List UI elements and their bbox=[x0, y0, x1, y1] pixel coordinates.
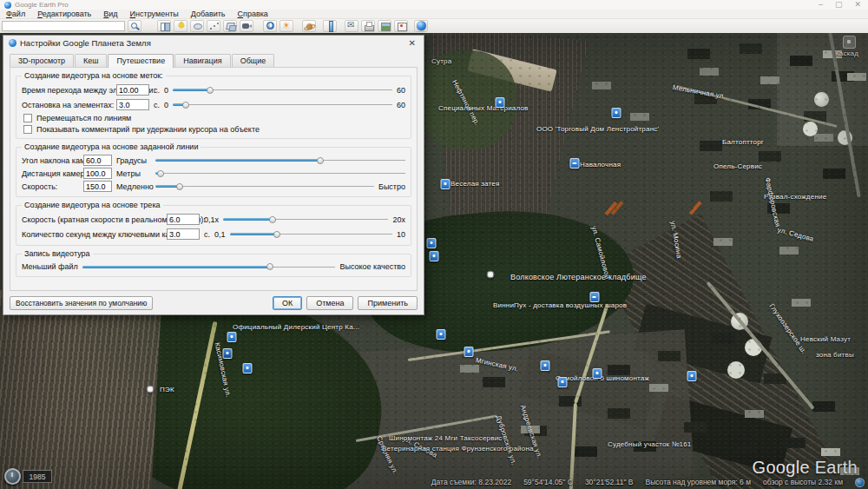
minimize-button[interactable]: – bbox=[819, 1, 823, 9]
slider-thumb[interactable] bbox=[157, 170, 164, 177]
setting-row: Меньший файлВысокое качество bbox=[22, 261, 405, 273]
poi-dot-icon[interactable] bbox=[147, 386, 155, 393]
placemark-icon[interactable] bbox=[441, 179, 450, 189]
placemark-icon[interactable] bbox=[570, 158, 580, 169]
menu-item-add[interactable]: Добавить bbox=[185, 10, 232, 18]
search-icon bbox=[129, 21, 141, 31]
apply-button[interactable]: Применить bbox=[358, 296, 418, 310]
maximize-button[interactable]: ▢ bbox=[835, 1, 843, 9]
tab-3d-view[interactable]: 3D-просмотр bbox=[10, 54, 74, 67]
slider-thumb[interactable] bbox=[273, 231, 280, 238]
unit-label: Градусы bbox=[116, 156, 151, 165]
search-button[interactable] bbox=[128, 20, 141, 32]
tab-navigation[interactable]: Навигация bbox=[174, 54, 230, 67]
menu-item-view[interactable]: Вид bbox=[97, 10, 123, 18]
slider[interactable] bbox=[173, 100, 392, 110]
slider-thumb[interactable] bbox=[182, 102, 189, 109]
placemark-icon[interactable] bbox=[612, 108, 621, 118]
value-input[interactable] bbox=[83, 181, 112, 192]
slider-thumb[interactable] bbox=[269, 216, 276, 223]
slider-thumb[interactable] bbox=[176, 183, 183, 190]
placemark-button[interactable] bbox=[174, 20, 187, 32]
slider[interactable] bbox=[173, 85, 392, 96]
historical-imagery-button[interactable] bbox=[263, 20, 277, 32]
map-label: Невский Мазут bbox=[800, 335, 851, 343]
slider-min-label: 0 bbox=[164, 101, 168, 109]
menu-item-tools[interactable]: Инструменты bbox=[124, 10, 185, 18]
checkbox[interactable] bbox=[23, 114, 32, 122]
menu-item-edit[interactable]: Редактировать bbox=[31, 10, 97, 18]
sidebar-toggle-icon bbox=[159, 21, 170, 31]
placemark-icon[interactable] bbox=[227, 332, 237, 342]
slider[interactable] bbox=[155, 169, 405, 179]
checkbox[interactable] bbox=[23, 125, 32, 134]
status-longitude: 30°21'52.11" В bbox=[585, 478, 634, 486]
ruler-button[interactable] bbox=[323, 20, 337, 32]
earth-button[interactable] bbox=[414, 20, 428, 32]
tab-touring[interactable]: Путешествие bbox=[108, 54, 174, 68]
placemark-icon[interactable] bbox=[590, 292, 600, 302]
checkbox-row: Показывать комментарий при удержании кур… bbox=[22, 123, 405, 135]
slider-thumb[interactable] bbox=[266, 263, 273, 270]
placemark-icon[interactable] bbox=[593, 368, 602, 379]
ok-button[interactable]: ОК bbox=[273, 296, 302, 310]
settings-group: Создание видеотура на основе заданной ли… bbox=[16, 147, 411, 197]
slider-thumb[interactable] bbox=[207, 87, 214, 94]
map-label: Самойловой 5 шиномонтаж bbox=[556, 374, 649, 382]
value-input[interactable] bbox=[167, 228, 200, 240]
email-button[interactable] bbox=[345, 20, 358, 32]
placemark-icon[interactable] bbox=[464, 347, 474, 357]
tab-general[interactable]: Общие bbox=[232, 54, 275, 67]
map-label: Сутра bbox=[431, 57, 451, 65]
placemark-icon[interactable] bbox=[223, 348, 233, 359]
placemark-icon[interactable] bbox=[427, 238, 437, 248]
sidebar-toggle-button[interactable] bbox=[157, 20, 171, 32]
slider[interactable] bbox=[155, 182, 374, 192]
window-close-button[interactable]: ✕ bbox=[854, 1, 861, 9]
polygon-icon bbox=[192, 21, 203, 31]
tab-cache[interactable]: Кеш bbox=[75, 54, 107, 67]
group-title: Создание видеотура на основе трека bbox=[22, 201, 163, 209]
placemark-icon[interactable] bbox=[541, 360, 550, 371]
path-icon bbox=[208, 21, 220, 31]
planets-button[interactable] bbox=[302, 20, 316, 32]
placemark-icon[interactable] bbox=[558, 377, 568, 387]
map-label: Балтоптторг bbox=[722, 138, 764, 146]
print-button[interactable] bbox=[361, 20, 375, 32]
restore-defaults-button[interactable]: Восстановить значения по умолчанию bbox=[10, 296, 153, 310]
map-label: Шиномонтаж 24 Мги Таксосервис bbox=[389, 434, 503, 442]
menu-item-help[interactable]: Справка bbox=[232, 10, 274, 18]
navigation-toggle[interactable] bbox=[843, 36, 856, 49]
record-tour-button[interactable] bbox=[240, 20, 253, 32]
value-input[interactable] bbox=[83, 155, 112, 166]
status-eye-altitude: обзор с высоты 2.32 км bbox=[763, 478, 843, 486]
path-button[interactable] bbox=[207, 20, 220, 32]
sunlight-button[interactable] bbox=[279, 20, 293, 32]
slider[interactable] bbox=[230, 229, 392, 240]
slider[interactable] bbox=[155, 155, 405, 166]
placemark-icon[interactable] bbox=[430, 251, 439, 261]
save-image-button[interactable] bbox=[378, 20, 391, 32]
menu-item-file[interactable]: Файл bbox=[0, 10, 31, 18]
dialog-close-button[interactable]: ✕ bbox=[406, 38, 418, 48]
unit-label: с. bbox=[154, 86, 160, 95]
image-overlay-button[interactable] bbox=[223, 20, 237, 32]
slider[interactable] bbox=[223, 215, 388, 225]
value-input[interactable] bbox=[116, 99, 149, 110]
slider-thumb[interactable] bbox=[317, 157, 324, 164]
placemark-icon[interactable] bbox=[496, 97, 505, 108]
placemark-icon[interactable] bbox=[437, 329, 446, 340]
value-input[interactable] bbox=[116, 84, 149, 96]
polygon-button[interactable] bbox=[190, 20, 204, 32]
view-in-maps-button[interactable] bbox=[394, 20, 408, 32]
value-input[interactable] bbox=[83, 168, 112, 179]
value-input[interactable] bbox=[167, 214, 200, 225]
placemark-icon[interactable] bbox=[687, 371, 697, 381]
slider[interactable] bbox=[82, 261, 336, 272]
search-input[interactable] bbox=[2, 21, 125, 31]
poi-dot-icon[interactable] bbox=[487, 271, 495, 279]
menubar: ФайлРедактироватьВидИнструментыДобавитьС… bbox=[0, 10, 868, 19]
cancel-button[interactable]: Отмена bbox=[306, 296, 353, 310]
slider-min-label: 0,1x bbox=[204, 215, 219, 224]
placemark-icon[interactable] bbox=[243, 363, 253, 373]
